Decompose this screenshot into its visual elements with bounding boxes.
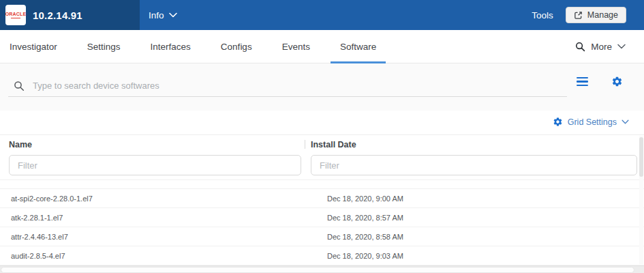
gear-icon[interactable]: [611, 76, 623, 87]
manage-button[interactable]: Manage: [566, 7, 626, 23]
table-filter-row: [0, 153, 644, 180]
search-icon: [14, 81, 25, 91]
install-date-cell: Dec 18, 2020, 9:03 AM: [327, 252, 403, 260]
software-search-field: [8, 75, 567, 97]
column-header-install-date[interactable]: Install Date: [311, 140, 356, 149]
table-row[interactable]: attr-2.4.46-13.el7 Dec 18, 2020, 8:58 AM: [0, 227, 644, 246]
software-name-cell: audit-2.8.5-4.el7: [11, 252, 65, 260]
open-in-new-icon: [574, 11, 583, 20]
tab-label: Events: [282, 42, 310, 52]
oracle-logo-underline: [11, 18, 20, 19]
column-divider: [305, 140, 305, 149]
chevron-down-icon[interactable]: [617, 44, 626, 49]
tab-list: Investigator Settings Interfaces Configs…: [0, 30, 386, 63]
search-icon[interactable]: [575, 42, 585, 52]
horizontal-scrollbar[interactable]: [0, 265, 644, 273]
software-name-cell: atk-2.28.1-1.el7: [11, 214, 63, 222]
table-row[interactable]: audit-2.8.5-4.el7 Dec 18, 2020, 9:03 AM: [0, 246, 644, 265]
manage-button-label: Manage: [587, 10, 618, 20]
search-actions: [577, 76, 623, 87]
gear-icon: [553, 117, 563, 127]
menu-icon[interactable]: [577, 77, 588, 87]
search-section: [0, 63, 644, 111]
tab-events[interactable]: Events: [273, 30, 320, 63]
info-dropdown-label: Info: [149, 10, 164, 20]
table-spacer-row: [0, 180, 644, 189]
tab-configs[interactable]: Configs: [211, 30, 262, 63]
device-identity: ORACLE 10.2.14.91: [0, 0, 140, 30]
tab-bar-actions: More: [575, 30, 644, 63]
table-header-row: Name Install Date: [0, 134, 644, 153]
install-date-filter-input[interactable]: [311, 155, 637, 175]
chevron-down-icon: [622, 119, 629, 124]
device-software-page: ORACLE 10.2.14.91 Info Tools Manage Inve…: [0, 0, 644, 273]
chevron-down-icon: [169, 12, 177, 18]
search-input[interactable]: [33, 81, 567, 91]
grid-settings-label: Grid Settings: [568, 117, 617, 127]
name-filter-input[interactable]: [9, 155, 301, 175]
tab-settings[interactable]: Settings: [78, 30, 130, 63]
oracle-logo: ORACLE: [5, 5, 26, 25]
device-ip-label: 10.2.14.91: [33, 10, 82, 21]
vertical-scrollbar[interactable]: [639, 136, 643, 264]
tools-menu-item[interactable]: Tools: [532, 10, 553, 20]
tab-label: Configs: [221, 42, 252, 52]
tab-investigator[interactable]: Investigator: [0, 30, 67, 63]
oracle-logo-text: ORACLE: [5, 12, 27, 16]
device-tab-bar: Investigator Settings Interfaces Configs…: [0, 30, 644, 63]
top-bar: ORACLE 10.2.14.91 Info Tools Manage: [0, 0, 644, 30]
tab-label: Interfaces: [151, 42, 191, 52]
install-date-cell: Dec 18, 2020, 8:58 AM: [327, 233, 403, 241]
software-table-body: at-spi2-core-2.28.0-1.el7 Dec 18, 2020, …: [0, 189, 644, 265]
grid-settings-dropdown[interactable]: Grid Settings: [553, 117, 629, 127]
install-date-cell: Dec 18, 2020, 8:57 AM: [327, 214, 403, 222]
top-bar-actions: Tools Manage: [532, 7, 644, 23]
info-dropdown[interactable]: Info: [149, 10, 177, 20]
tab-interfaces[interactable]: Interfaces: [141, 30, 200, 63]
column-header-name[interactable]: Name: [9, 140, 32, 149]
software-name-cell: at-spi2-core-2.28.0-1.el7: [11, 195, 93, 203]
vertical-scrollbar-thumb[interactable]: [639, 137, 643, 177]
grid-settings-section: Grid Settings: [0, 111, 644, 134]
tab-label: Software: [340, 42, 376, 52]
more-menu[interactable]: More: [591, 42, 612, 52]
tab-label: Settings: [87, 42, 121, 52]
install-date-cell: Dec 18, 2020, 9:00 AM: [327, 195, 403, 203]
table-row[interactable]: at-spi2-core-2.28.0-1.el7 Dec 18, 2020, …: [0, 189, 644, 208]
table-row[interactable]: atk-2.28.1-1.el7 Dec 18, 2020, 8:57 AM: [0, 208, 644, 227]
tab-software[interactable]: Software: [331, 30, 386, 63]
horizontal-scrollbar-thumb[interactable]: [1, 267, 634, 273]
tab-label: Investigator: [10, 42, 57, 52]
software-name-cell: attr-2.4.46-13.el7: [11, 233, 68, 241]
